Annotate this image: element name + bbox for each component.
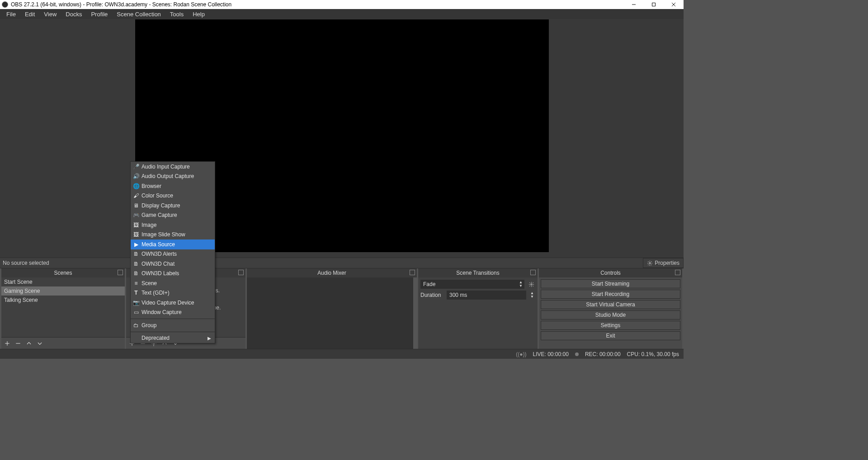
rec-dot-icon bbox=[575, 352, 579, 356]
window-icon: ▭ bbox=[131, 309, 142, 315]
ctx-deprecated[interactable]: Deprecated▶ bbox=[131, 333, 215, 343]
text-icon: T bbox=[131, 290, 142, 296]
mic-icon: 🎤 bbox=[131, 164, 142, 170]
remove-scene-button[interactable] bbox=[15, 340, 21, 347]
file-icon: 🗎 bbox=[131, 270, 142, 277]
scenes-list[interactable]: Start Scene Gaming Scene Talking Scene bbox=[1, 277, 125, 337]
status-live: LIVE: 00:00:00 bbox=[533, 351, 568, 357]
app-icon bbox=[2, 1, 8, 8]
ctx-own3d-chat[interactable]: 🗎OWN3D Chat bbox=[131, 259, 215, 269]
scenes-header[interactable]: Scenes bbox=[1, 268, 125, 277]
window-maximize-button[interactable] bbox=[644, 0, 664, 9]
context-separator bbox=[131, 332, 215, 332]
scenes-popout-icon[interactable] bbox=[118, 270, 123, 275]
folder-icon: 🗀 bbox=[131, 322, 142, 329]
start-recording-button[interactable]: Start Recording bbox=[541, 290, 680, 299]
play-icon: ▶ bbox=[131, 241, 142, 248]
controls-popout-icon[interactable] bbox=[675, 270, 680, 275]
context-separator bbox=[131, 319, 215, 319]
source-info-bar: No source selected Properties bbox=[0, 258, 684, 268]
svg-point-4 bbox=[649, 262, 651, 263]
ctx-display-capture[interactable]: 🖥Display Capture bbox=[131, 201, 215, 211]
transition-properties-button[interactable] bbox=[527, 280, 535, 288]
sources-popout-icon[interactable] bbox=[238, 270, 244, 275]
ctx-image-slide-show[interactable]: 🖼Image Slide Show bbox=[131, 230, 215, 240]
window-minimize-button[interactable] bbox=[624, 0, 644, 9]
properties-button[interactable]: Properties bbox=[643, 258, 684, 268]
settings-button[interactable]: Settings bbox=[541, 321, 680, 330]
transitions-popout-icon[interactable] bbox=[530, 270, 536, 275]
ctx-own3d-alerts[interactable]: 🗎OWN3D Alerts bbox=[131, 249, 215, 259]
menu-docks[interactable]: Docks bbox=[61, 9, 86, 19]
ctx-browser[interactable]: 🌐Browser bbox=[131, 181, 215, 191]
menu-profile[interactable]: Profile bbox=[86, 9, 112, 19]
gamepad-icon: 🎮 bbox=[131, 212, 142, 218]
ctx-audio-input-capture[interactable]: 🎤Audio Input Capture bbox=[131, 162, 215, 172]
file-icon: 🗎 bbox=[131, 261, 142, 267]
controls-header[interactable]: Controls bbox=[539, 268, 682, 277]
menu-file[interactable]: File bbox=[2, 9, 20, 19]
title-bar: OBS 27.2.1 (64-bit, windows) - Profile: … bbox=[0, 0, 684, 9]
ctx-game-capture[interactable]: 🎮Game Capture bbox=[131, 211, 215, 221]
svg-rect-1 bbox=[652, 3, 656, 6]
status-bar: ((●)) LIVE: 00:00:00 REC: 00:00:00 CPU: … bbox=[0, 349, 684, 359]
svg-point-12 bbox=[530, 283, 532, 285]
broadcast-icon: ((●)) bbox=[516, 351, 526, 357]
ctx-text-gdi[interactable]: TText (GDI+) bbox=[131, 288, 215, 298]
speaker-icon: 🔊 bbox=[131, 173, 142, 179]
camera-icon: 📷 bbox=[131, 300, 142, 306]
scene-item-talking[interactable]: Talking Scene bbox=[1, 296, 125, 305]
mixer-scrollbar[interactable] bbox=[413, 277, 417, 349]
scenes-dock: Scenes Start Scene Gaming Scene Talking … bbox=[1, 268, 125, 349]
transitions-header[interactable]: Scene Transitions bbox=[418, 268, 538, 277]
menu-tools[interactable]: Tools bbox=[165, 9, 188, 19]
duration-input[interactable]: 300 ms bbox=[447, 291, 526, 300]
file-icon: 🗎 bbox=[131, 251, 142, 257]
scene-item-start[interactable]: Start Scene bbox=[1, 277, 125, 286]
transitions-dock: Scene Transitions Fade ▲▼ Duration 300 m… bbox=[418, 268, 538, 349]
mixer-popout-icon[interactable] bbox=[410, 270, 415, 275]
image-icon: 🖼 bbox=[131, 222, 142, 228]
audio-mixer-header[interactable]: Audio Mixer bbox=[247, 268, 417, 277]
scene-move-down-button[interactable] bbox=[37, 340, 43, 347]
status-rec: REC: 00:00:00 bbox=[585, 351, 621, 357]
start-streaming-button[interactable]: Start Streaming bbox=[541, 279, 680, 288]
menu-view[interactable]: View bbox=[39, 9, 61, 19]
gear-icon bbox=[528, 282, 534, 287]
transition-select[interactable]: Fade ▲▼ bbox=[420, 280, 524, 289]
ctx-media-source[interactable]: ▶Media Source bbox=[131, 239, 215, 249]
ctx-own3d-labels[interactable]: 🗎OWN3D Labels bbox=[131, 269, 215, 279]
ctx-window-capture[interactable]: ▭Window Capture bbox=[131, 308, 215, 318]
scene-move-up-button[interactable] bbox=[26, 340, 32, 347]
menu-bar: File Edit View Docks Profile Scene Colle… bbox=[0, 9, 684, 19]
ctx-color-source[interactable]: 🖌Color Source bbox=[131, 191, 215, 201]
start-virtual-camera-button[interactable]: Start Virtual Camera bbox=[541, 300, 680, 309]
monitor-icon: 🖥 bbox=[131, 202, 142, 209]
duration-label: Duration bbox=[420, 292, 444, 298]
slideshow-icon: 🖼 bbox=[131, 231, 142, 238]
ctx-image[interactable]: 🖼Image bbox=[131, 220, 215, 230]
audio-mixer-dock: Audio Mixer bbox=[247, 268, 417, 349]
brush-icon: 🖌 bbox=[131, 192, 142, 199]
studio-mode-button[interactable]: Studio Mode bbox=[541, 310, 680, 319]
scene-item-gaming[interactable]: Gaming Scene bbox=[1, 286, 125, 296]
menu-help[interactable]: Help bbox=[188, 9, 209, 19]
add-source-context-menu: 🎤Audio Input Capture 🔊Audio Output Captu… bbox=[130, 161, 215, 343]
globe-icon: 🌐 bbox=[131, 183, 142, 189]
duration-spinner[interactable]: ▲▼ bbox=[529, 291, 535, 299]
gear-icon bbox=[647, 260, 653, 266]
ctx-group[interactable]: 🗀Group bbox=[131, 320, 215, 330]
menu-scene-collection[interactable]: Scene Collection bbox=[112, 9, 165, 19]
scenes-toolbar bbox=[1, 337, 125, 349]
ctx-scene[interactable]: ≡Scene bbox=[131, 278, 215, 288]
menu-edit[interactable]: Edit bbox=[20, 9, 39, 19]
ctx-audio-output-capture[interactable]: 🔊Audio Output Capture bbox=[131, 172, 215, 182]
exit-button[interactable]: Exit bbox=[541, 331, 680, 340]
add-scene-button[interactable] bbox=[4, 340, 10, 347]
controls-dock: Controls Start Streaming Start Recording… bbox=[539, 268, 682, 349]
no-source-selected-label: No source selected bbox=[0, 260, 643, 266]
window-close-button[interactable] bbox=[664, 0, 684, 9]
ctx-video-capture-device[interactable]: 📷Video Capture Device bbox=[131, 298, 215, 308]
audio-mixer-body[interactable] bbox=[247, 277, 417, 349]
docks-container: Scenes Start Scene Gaming Scene Talking … bbox=[0, 268, 684, 349]
